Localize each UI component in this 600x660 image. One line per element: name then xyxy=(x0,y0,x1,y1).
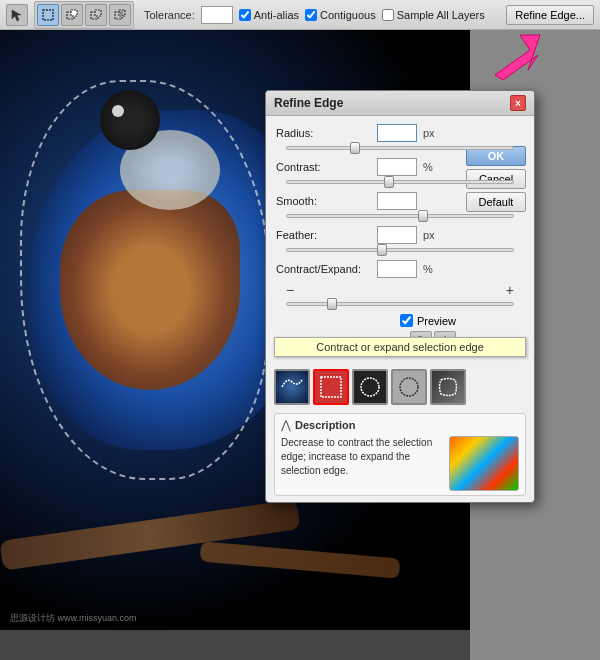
cancel-button[interactable]: Cancel xyxy=(466,169,526,189)
chevron-up-icon[interactable]: ⋀ xyxy=(281,418,291,432)
intersect-selection-icon[interactable] xyxy=(109,4,131,26)
contract-expand-slider-track[interactable] xyxy=(286,302,514,306)
svg-rect-1 xyxy=(43,10,53,20)
contiguous-label: Contiguous xyxy=(320,9,376,21)
tolerance-input[interactable]: 10 xyxy=(201,6,233,24)
refine-edge-dialog: Refine Edge × OK Cancel Default Radius: … xyxy=(265,90,535,503)
description-thumbnail xyxy=(449,436,519,491)
contract-expand-label: Contract/Expand: xyxy=(276,263,371,275)
feather-row: Feather: 4.2 px xyxy=(276,226,524,244)
contrast-unit: % xyxy=(423,161,443,173)
anti-alias-label: Anti-alias xyxy=(254,9,299,21)
default-button[interactable]: Default xyxy=(466,192,526,212)
contiguous-checkbox[interactable] xyxy=(305,9,317,21)
watermark: 思源设计坊 www.missyuan.com xyxy=(10,612,137,625)
smooth-slider-container xyxy=(276,214,524,218)
description-section: ⋀ Description Decrease to contract the s… xyxy=(274,413,526,496)
feather-label: Feather: xyxy=(276,229,371,241)
radius-input[interactable]: 3.0 xyxy=(377,124,417,142)
svg-marker-0 xyxy=(12,10,21,21)
sample-all-layers-checkbox[interactable] xyxy=(382,9,394,21)
new-selection-icon[interactable] xyxy=(37,4,59,26)
contract-expand-row: Contract/Expand: -47 % xyxy=(276,260,524,278)
smooth-slider-thumb[interactable] xyxy=(418,210,428,222)
feather-slider-thumb[interactable] xyxy=(377,244,387,256)
description-title: Description xyxy=(295,419,356,431)
feather-slider-container xyxy=(276,248,524,252)
feather-slider-track[interactable] xyxy=(286,248,514,252)
feather-input[interactable]: 4.2 xyxy=(377,226,417,244)
canvas-area: 思源设计坊 www.missyuan.com Refine Edge × OK … xyxy=(0,30,600,660)
preview-label: Preview xyxy=(417,315,456,327)
tool-select-icon[interactable] xyxy=(6,4,28,26)
feather-unit: px xyxy=(423,229,443,241)
svg-rect-5 xyxy=(95,10,101,16)
radius-slider-container xyxy=(276,146,524,150)
description-header: ⋀ Description xyxy=(281,418,519,432)
contrast-slider-thumb[interactable] xyxy=(384,176,394,188)
thumb-5[interactable] xyxy=(430,369,466,405)
contract-expand-slider-thumb[interactable] xyxy=(327,298,337,310)
contrast-label: Contrast: xyxy=(276,161,371,173)
sample-all-layers-group: Sample All Layers xyxy=(382,9,485,21)
radius-row: Radius: 3.0 px xyxy=(276,124,524,142)
contrast-slider-track[interactable] xyxy=(286,180,514,184)
anti-alias-checkbox[interactable] xyxy=(239,9,251,21)
thumbnail-row xyxy=(266,365,534,409)
selection-type-group xyxy=(34,1,134,29)
contract-expand-slider-container: − + xyxy=(276,282,524,306)
thumb-1[interactable] xyxy=(274,369,310,405)
add-selection-icon[interactable] xyxy=(61,4,83,26)
preview-row: Preview xyxy=(276,314,524,327)
radius-label: Radius: xyxy=(276,127,371,139)
radius-slider-track[interactable] xyxy=(286,146,514,150)
refine-edge-button[interactable]: Refine Edge... xyxy=(506,5,594,25)
contract-expand-unit: % xyxy=(423,263,443,275)
subtract-selection-icon[interactable] xyxy=(85,4,107,26)
smooth-slider-track[interactable] xyxy=(286,214,514,218)
contract-expand-tooltip: Contract or expand selection edge xyxy=(274,337,526,357)
preview-checkbox[interactable] xyxy=(400,314,413,327)
thumb-2[interactable] xyxy=(313,369,349,405)
thumb-3[interactable] xyxy=(352,369,388,405)
toolbar: Tolerance: 10 Anti-alias Contiguous Samp… xyxy=(0,0,600,30)
minus-icon: − xyxy=(286,282,294,298)
contrast-input[interactable]: 22 xyxy=(377,158,417,176)
svg-rect-8 xyxy=(119,12,122,17)
ok-cancel-group: OK Cancel Default xyxy=(466,146,526,212)
contiguous-group: Contiguous xyxy=(305,9,376,21)
svg-rect-14 xyxy=(321,377,341,397)
dialog-title: Refine Edge xyxy=(274,96,343,110)
dialog-body: OK Cancel Default Radius: 3.0 px Contras… xyxy=(266,116,534,365)
plus-icon: + xyxy=(506,282,514,298)
smooth-input[interactable]: 9 xyxy=(377,192,417,210)
description-text: Decrease to contract the selection edge;… xyxy=(281,436,443,491)
svg-rect-3 xyxy=(71,10,77,16)
radius-unit: px xyxy=(423,127,443,139)
contrast-slider-container xyxy=(276,180,524,184)
dialog-close-button[interactable]: × xyxy=(510,95,526,111)
description-content: Decrease to contract the selection edge;… xyxy=(281,436,519,491)
tolerance-label: Tolerance: xyxy=(144,9,195,21)
smooth-label: Smooth: xyxy=(276,195,371,207)
thumb-4[interactable] xyxy=(391,369,427,405)
dialog-titlebar: Refine Edge × xyxy=(266,91,534,116)
contract-expand-input[interactable]: -47 xyxy=(377,260,417,278)
svg-point-16 xyxy=(400,378,418,396)
sample-all-layers-label: Sample All Layers xyxy=(397,9,485,21)
svg-point-15 xyxy=(361,378,379,396)
radius-slider-thumb[interactable] xyxy=(350,142,360,154)
anti-alias-group: Anti-alias xyxy=(239,9,299,21)
